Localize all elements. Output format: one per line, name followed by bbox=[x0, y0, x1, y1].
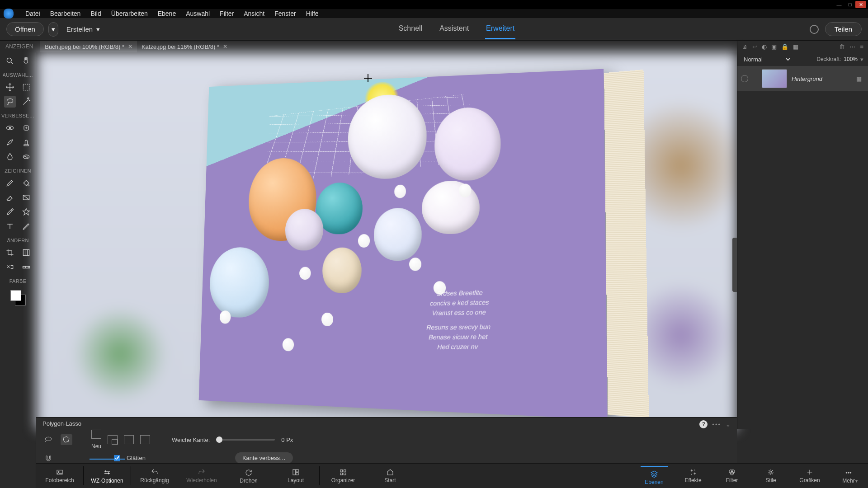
sponge-tool-icon[interactable] bbox=[20, 151, 32, 163]
book-text-line: Benase sicuw re het bbox=[359, 331, 561, 343]
clone-stamp-tool-icon[interactable] bbox=[20, 136, 32, 148]
menu-ueberarbeiten[interactable]: Überarbeiten bbox=[111, 10, 148, 17]
redeye-tool-icon[interactable] bbox=[4, 122, 16, 134]
menu-auswahl[interactable]: Auswahl bbox=[186, 10, 210, 17]
selection-mode-new[interactable]: Neu bbox=[91, 430, 101, 450]
new-doc-icon[interactable]: 🗎 bbox=[742, 43, 748, 50]
bb-undo[interactable]: Rückgängig bbox=[131, 464, 178, 488]
shape-tool-icon[interactable] bbox=[20, 206, 32, 218]
recompose-tool-icon[interactable] bbox=[20, 247, 32, 258]
panel-collapse-handle[interactable] bbox=[732, 238, 737, 292]
undo-panel-icon[interactable]: ↩ bbox=[752, 43, 757, 50]
svg-rect-19 bbox=[340, 473, 343, 475]
opacity-value[interactable]: 100% bbox=[844, 56, 858, 62]
mode-expert[interactable]: Erweitert bbox=[485, 19, 515, 39]
pencil-tool-icon[interactable] bbox=[20, 221, 32, 232]
lock-icon[interactable]: ▩ bbox=[854, 73, 864, 84]
bb-effects[interactable]: Effekte bbox=[674, 464, 712, 488]
eyedropper-tool-icon[interactable] bbox=[4, 206, 16, 218]
bb-filter[interactable]: Filter bbox=[712, 464, 751, 488]
adjust-icon[interactable]: ◐ bbox=[762, 43, 767, 50]
bb-styles[interactable]: Stile bbox=[751, 464, 790, 488]
feather-slider[interactable] bbox=[216, 439, 275, 441]
selection-subtract-icon[interactable] bbox=[124, 435, 134, 444]
bb-layers[interactable]: Ebenen bbox=[635, 464, 674, 488]
mode-assist[interactable]: Assistent bbox=[439, 19, 470, 39]
theme-toggle-icon[interactable] bbox=[810, 25, 819, 34]
lock-icon[interactable]: 🔒 bbox=[781, 43, 788, 50]
layer-row[interactable]: Hintergrund ▩ bbox=[737, 66, 868, 91]
menu-hilfe[interactable]: Hilfe bbox=[306, 10, 319, 17]
hand-tool-icon[interactable] bbox=[20, 55, 32, 67]
zoom-tool-icon[interactable] bbox=[4, 55, 16, 67]
lasso-tool-icon[interactable] bbox=[4, 96, 16, 108]
refine-edge-button[interactable]: Kante verbess… bbox=[235, 452, 293, 464]
open-button[interactable]: Öffnen bbox=[6, 22, 44, 36]
chevron-down-icon[interactable]: ▾ bbox=[860, 56, 863, 63]
bb-photo-bin[interactable]: Fotobereich bbox=[36, 464, 83, 488]
bb-more[interactable]: Mehr▾ bbox=[829, 464, 868, 488]
bb-label: Effekte bbox=[684, 477, 701, 483]
mask-icon[interactable]: ▣ bbox=[771, 43, 777, 50]
help-icon[interactable]: ? bbox=[699, 420, 708, 428]
more-icon[interactable]: ••• bbox=[712, 421, 721, 428]
svg-rect-1 bbox=[23, 84, 29, 90]
mode-quick[interactable]: Schnell bbox=[398, 19, 423, 39]
create-button[interactable]: Erstellen▾ bbox=[63, 25, 104, 33]
bb-graphics[interactable]: Grafiken bbox=[790, 464, 829, 488]
book-text-line: Hed cruzer nv bbox=[359, 341, 561, 352]
menu-ansicht[interactable]: Ansicht bbox=[244, 10, 264, 17]
marquee-tool-icon[interactable] bbox=[20, 81, 32, 93]
bb-redo[interactable]: Wiederholen bbox=[178, 464, 225, 488]
panel-menu-icon[interactable]: ⋯ bbox=[849, 43, 855, 50]
menu-filter[interactable]: Filter bbox=[220, 10, 234, 17]
maximize-button[interactable]: □ bbox=[844, 1, 855, 8]
book-text: Srdses Breetlite concirs e ked staces Vr… bbox=[359, 286, 562, 352]
bb-tool-options[interactable]: WZ-Optionen bbox=[84, 464, 131, 488]
antialias-checkbox[interactable] bbox=[114, 455, 120, 461]
crop-tool-icon[interactable] bbox=[4, 247, 16, 258]
paint-bucket-tool-icon[interactable] bbox=[20, 177, 32, 189]
blur-tool-icon[interactable] bbox=[4, 151, 16, 163]
canvas[interactable]: Srdses Breetlite concirs e ked staces Vr… bbox=[36, 52, 737, 429]
bb-start[interactable]: Start bbox=[367, 464, 414, 488]
brush-tool-icon[interactable] bbox=[4, 177, 16, 189]
delete-layer-icon[interactable]: 🗑 bbox=[839, 43, 845, 50]
minimize-button[interactable]: — bbox=[834, 1, 844, 8]
menu-bild[interactable]: Bild bbox=[90, 10, 101, 17]
gradient-tool-icon[interactable] bbox=[20, 192, 32, 203]
menu-ebene[interactable]: Ebene bbox=[158, 10, 176, 17]
selection-new-icon[interactable] bbox=[91, 430, 101, 439]
layer-name[interactable]: Hintergrund bbox=[792, 75, 822, 82]
link-layers-icon[interactable]: ▦ bbox=[793, 43, 798, 50]
move-tool-icon[interactable] bbox=[4, 81, 16, 93]
foreground-color-icon[interactable] bbox=[10, 290, 21, 301]
bb-organizer[interactable]: Organizer bbox=[320, 464, 367, 488]
lasso-variant-polygon-icon[interactable] bbox=[61, 434, 72, 445]
selection-add-icon[interactable] bbox=[108, 435, 118, 444]
content-aware-move-icon[interactable] bbox=[4, 261, 16, 273]
visibility-toggle-icon[interactable] bbox=[741, 75, 748, 82]
collapse-icon[interactable]: ⌄ bbox=[726, 421, 731, 428]
menu-fenster[interactable]: Fenster bbox=[274, 10, 296, 17]
bb-rotate[interactable]: Drehen▾ bbox=[225, 464, 272, 488]
straighten-tool-icon[interactable] bbox=[20, 261, 32, 273]
panel-overflow-icon[interactable]: ≡ bbox=[860, 43, 863, 50]
selection-intersect-icon[interactable] bbox=[140, 435, 150, 444]
type-tool-icon[interactable] bbox=[4, 221, 16, 232]
open-dropdown[interactable]: ▾ bbox=[48, 22, 58, 37]
smart-brush-tool-icon[interactable] bbox=[4, 136, 16, 148]
layer-thumbnail[interactable] bbox=[762, 69, 787, 88]
blend-mode-select[interactable]: Normal bbox=[742, 56, 792, 63]
color-swatch[interactable] bbox=[10, 290, 26, 305]
lasso-variant-freeform-icon[interactable] bbox=[42, 434, 54, 445]
spot-heal-tool-icon[interactable] bbox=[20, 122, 32, 134]
menu-bearbeiten[interactable]: Bearbeiten bbox=[50, 10, 81, 17]
lasso-variant-magnetic-icon[interactable] bbox=[42, 453, 54, 464]
close-button[interactable]: ✕ bbox=[855, 1, 866, 8]
eraser-tool-icon[interactable] bbox=[4, 192, 16, 203]
bb-layout[interactable]: Layout bbox=[272, 464, 319, 488]
magic-wand-tool-icon[interactable] bbox=[20, 96, 32, 108]
menu-datei[interactable]: Datei bbox=[25, 10, 40, 17]
share-button[interactable]: Teilen bbox=[825, 22, 862, 36]
